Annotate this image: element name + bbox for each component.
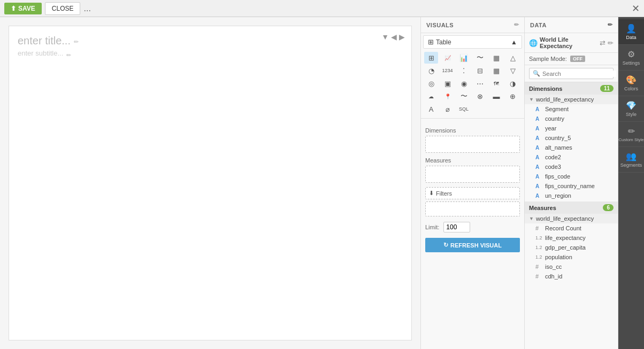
dimensions-drop-zone[interactable] [425, 136, 520, 153]
measure-item[interactable]: #Record Count [525, 223, 618, 233]
dimension-item[interactable]: Afips_country_name [525, 181, 618, 191]
measure-item[interactable]: #iso_cc [525, 262, 618, 272]
item-name: fips_country_name [545, 183, 595, 189]
data-panel: DATA ✏ 🌐 World Life Expectancy ⇄ ✏ Sampl… [525, 17, 618, 349]
chart-icon-bar2[interactable]: ▬ [489, 90, 503, 102]
chart-icon-area[interactable]: △ [506, 52, 520, 64]
sidebar-tab-colors[interactable]: 🎨 Colors [618, 71, 644, 96]
toolbar: ⬆ SAVE CLOSE ... ✕ [0, 0, 644, 17]
dimensions-drop-label: Dimensions [425, 127, 520, 134]
chart-icon-link[interactable]: ⊗ [473, 90, 487, 102]
visuals-edit-icon[interactable]: ✏ [514, 21, 519, 28]
chart-type-label: Table [436, 38, 451, 46]
type-icon: A [535, 164, 543, 170]
type-icon: 1.2 [535, 245, 543, 250]
item-name: year [545, 125, 556, 131]
save-label: SAVE [18, 5, 35, 12]
dimension-item[interactable]: Afips_code [525, 172, 618, 181]
table-chart-icon: ⊞ [428, 38, 434, 46]
sidebar-tab-data[interactable]: 👤 Data [618, 19, 644, 45]
dimensions-section-header[interactable]: Dimensions 11 [525, 82, 618, 95]
measures-section-label: Measures [529, 205, 556, 211]
measures-section-header[interactable]: Measures 6 [525, 201, 618, 214]
measure-item[interactable]: 1.2gdp_per_capita [525, 243, 618, 252]
chart-icon-gauge[interactable]: ◑ [506, 77, 520, 89]
dimension-item[interactable]: ASegment [525, 104, 618, 114]
chart-icon-line[interactable]: 〜 [473, 52, 487, 64]
chart-icon-funnel[interactable]: ▽ [506, 65, 520, 76]
subtitle-edit-icon[interactable]: ✏ [66, 52, 71, 59]
sidebar-tab-segments[interactable]: 👥 Segments [618, 147, 644, 173]
chart-icon-combo[interactable]: ⊕ [506, 90, 520, 102]
chart-icon-bubble[interactable]: ◉ [457, 77, 471, 89]
search-input[interactable] [542, 71, 616, 77]
chart-icon-pie[interactable]: ◔ [424, 65, 438, 76]
more-button[interactable]: ... [83, 4, 90, 13]
filter-icon[interactable]: ▼ [381, 33, 389, 41]
chart-icon-number[interactable]: 1234 [441, 65, 455, 76]
dimension-item[interactable]: Acountry_5 [525, 133, 618, 143]
chart-icon-donut[interactable]: ◎ [424, 77, 438, 89]
limit-input[interactable] [443, 222, 470, 232]
close-x-button[interactable]: ✕ [632, 3, 640, 14]
chart-icon-text[interactable]: A [424, 103, 438, 115]
sidebar-tab-custom-style[interactable]: ✏ Custom Style [618, 122, 644, 147]
segments-tab-label: Segments [620, 162, 642, 168]
title-edit-icon[interactable]: ✏ [74, 38, 79, 45]
chart-icon-table[interactable]: ⊞ [424, 52, 438, 64]
chart-type-dropdown[interactable]: ⊞ Table ▲ [423, 35, 522, 49]
chart-icon-bar[interactable]: 📊 [457, 52, 471, 64]
close-button[interactable]: CLOSE [45, 2, 81, 15]
next-icon[interactable]: ▶ [399, 33, 405, 41]
sidebar-tab-settings[interactable]: ⚙ Settings [618, 45, 644, 71]
measure-item[interactable]: 1.2population [525, 252, 618, 262]
chart-icon-scatter[interactable]: ⁚ [457, 65, 471, 76]
dimension-item[interactable]: Aun_region [525, 191, 618, 200]
visuals-panel-header: VISUALS ✏ [421, 17, 524, 33]
measures-count-badge: 6 [603, 204, 614, 211]
measures-group-header[interactable]: ▼ world_life_expectancy [525, 214, 618, 223]
chart-icon-column[interactable]: ▦ [489, 52, 503, 64]
chart-icon-pivot[interactable]: ⊟ [473, 65, 487, 76]
search-icon: 🔍 [533, 70, 540, 77]
chart-icon-sql[interactable]: SQL [457, 103, 471, 115]
item-name: gdp_per_capita [545, 244, 586, 251]
chart-icon-map[interactable]: 🗺 [489, 77, 503, 89]
dimensions-section-label: Dimensions [529, 86, 562, 92]
type-icon: A [535, 135, 543, 141]
data-edit-icon[interactable]: ✏ [608, 21, 613, 28]
chart-icon-pin[interactable]: 📍 [441, 90, 455, 102]
canvas-inner: enter title... ✏ enter subtitle... ✏ ▼ ◀… [9, 26, 412, 340]
chart-icon-gauge2[interactable]: ⌀ [441, 103, 455, 115]
prev-icon[interactable]: ◀ [391, 33, 397, 41]
shuffle-icon[interactable]: ⇄ [600, 39, 605, 47]
chart-icon-heatmap[interactable]: ▦ [489, 65, 503, 76]
canvas-title-placeholder: enter title... [18, 35, 71, 47]
visuals-header-label: VISUALS [426, 22, 454, 28]
dimension-item[interactable]: Aalt_names [525, 143, 618, 152]
dimension-items-container: ASegmentAcountryAyearAcountry_5Aalt_name… [525, 104, 618, 201]
custom-style-tab-icon: ✏ [628, 126, 635, 136]
dimensions-group-header[interactable]: ▼ world_life_expectancy [525, 95, 618, 104]
chart-icon-sparkline[interactable]: 〜 [457, 90, 471, 102]
filters-button[interactable]: ⬇ Filters [425, 187, 520, 199]
chart-icon-treemap[interactable]: ▣ [441, 77, 455, 89]
item-name: Record Count [545, 225, 581, 231]
dimension-item[interactable]: Acode3 [525, 162, 618, 172]
filters-drop-zone[interactable] [425, 201, 520, 216]
dimension-item[interactable]: Acountry [525, 114, 618, 123]
dimension-item[interactable]: Acode2 [525, 152, 618, 162]
save-button[interactable]: ⬆ SAVE [4, 3, 42, 14]
refresh-visual-button[interactable]: ↻ REFRESH VISUAL [425, 238, 520, 252]
sidebar-tab-style[interactable]: 💎 Style [618, 96, 644, 122]
measure-item[interactable]: 1.2life_expectancy [525, 233, 618, 243]
measures-drop-zone[interactable] [425, 166, 520, 183]
chart-icon-word-cloud[interactable]: ☁ [424, 90, 438, 102]
chart-icon-line-area[interactable]: 📈 [441, 52, 455, 64]
item-name: code2 [545, 154, 561, 160]
data-edit-action-icon[interactable]: ✏ [608, 39, 614, 47]
dimension-item[interactable]: Ayear [525, 123, 618, 133]
measure-item[interactable]: #cdh_id [525, 272, 618, 281]
style-tab-label: Style [626, 112, 637, 117]
chart-icon-dot[interactable]: ⋯ [473, 77, 487, 89]
